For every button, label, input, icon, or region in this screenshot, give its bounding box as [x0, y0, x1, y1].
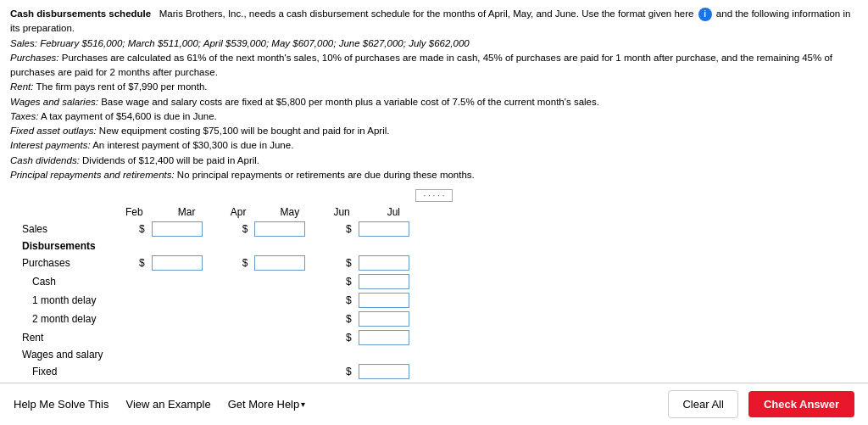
- problem-title: Cash disbursements schedule: [10, 8, 151, 19]
- wages-line: Wages and salaries: Base wage and salary…: [10, 97, 599, 107]
- footer: Help Me Solve This View an Example Get M…: [0, 383, 868, 425]
- cash-row: Cash $: [19, 272, 459, 291]
- view-example-link[interactable]: View an Example: [125, 398, 210, 411]
- sales-mar-dollar: $: [225, 220, 252, 238]
- col-jun: Jun: [328, 204, 354, 220]
- one-month-label: 1 month delay: [19, 291, 120, 310]
- principal-line: Principal repayments and retirements: No…: [10, 170, 475, 180]
- purchases-row: Purchases $ $ $: [19, 254, 459, 272]
- sales-may: [432, 220, 442, 238]
- one-month-apr-input[interactable]: [359, 293, 409, 308]
- sales-row: Sales $ $ $: [19, 220, 459, 238]
- sales-feb-input[interactable]: [152, 221, 203, 237]
- col-jul: Jul: [355, 204, 432, 220]
- purchases-apr-dollar: $: [328, 254, 354, 272]
- col-feb: Feb: [120, 204, 148, 220]
- purchases-may: [432, 254, 442, 272]
- sales-feb-dollar: $: [120, 220, 148, 238]
- purchases-mar-cell[interactable]: [251, 254, 328, 272]
- cash-label: Cash: [19, 272, 120, 291]
- sales-jul: [450, 220, 459, 238]
- wages-header-row: Wages and salary: [19, 347, 459, 362]
- purchases-apr-input[interactable]: [359, 255, 409, 271]
- two-month-apr-input[interactable]: [359, 311, 409, 327]
- purchases-jun: [442, 254, 451, 272]
- sales-label: Sales: [19, 220, 120, 238]
- rent-dollar: $: [328, 328, 354, 347]
- sales-apr-input[interactable]: [359, 221, 409, 237]
- purchases-feb-dollar: $: [120, 254, 148, 272]
- purchases-feb-cell[interactable]: [148, 254, 225, 272]
- purchases-label: Purchases: [19, 254, 120, 272]
- taxes-line: Taxes: A tax payment of $54,600 is due i…: [10, 111, 217, 121]
- fixed-dollar: $: [328, 362, 354, 381]
- wages-header: Wages and salary: [19, 347, 120, 362]
- get-more-help-label: Get More Help: [228, 398, 300, 411]
- rent-row: Rent $: [19, 328, 459, 347]
- cash-apr-cell[interactable]: [355, 272, 432, 291]
- sales-line: Sales: February $516,000; March $511,000…: [10, 38, 470, 48]
- fixed-apr-input[interactable]: [359, 364, 409, 379]
- col-mar: Mar: [148, 204, 225, 220]
- help-me-solve-link[interactable]: Help Me Solve This: [14, 398, 108, 411]
- sales-apr-dollar: $: [328, 220, 354, 238]
- cash-div-line: Cash dividends: Dividends of $12,400 wil…: [10, 155, 259, 165]
- one-month-dollar: $: [328, 291, 354, 310]
- check-answer-button[interactable]: Check Answer: [748, 391, 854, 417]
- one-month-row: 1 month delay $: [19, 291, 459, 310]
- rent-apr-cell[interactable]: [355, 328, 432, 347]
- two-month-label: 2 month delay: [19, 310, 120, 328]
- rent-label: Rent: [19, 328, 120, 347]
- interest-line: Interest payments: An interest payment o…: [10, 140, 293, 150]
- two-month-row: 2 month delay $: [19, 310, 459, 328]
- purchases-jul: [450, 254, 459, 272]
- disbursements-header: Disbursements: [19, 238, 459, 254]
- disbursements-header-row: Disbursements: [19, 238, 459, 254]
- purchases-mar-input[interactable]: [254, 255, 305, 271]
- footer-left: Help Me Solve This View an Example Get M…: [14, 398, 305, 411]
- sales-mar-input-cell[interactable]: [251, 220, 328, 238]
- problem-text: Cash disbursements schedule Maris Brothe…: [10, 7, 858, 182]
- sales-mar-input[interactable]: [254, 221, 305, 237]
- clear-all-button[interactable]: Clear All: [668, 390, 737, 418]
- two-month-dollar: $: [328, 310, 354, 328]
- rent-line: Rent: The firm pays rent of $7,990 per m…: [10, 81, 207, 92]
- purchases-mar-dollar: $: [225, 254, 252, 272]
- fixed-wages-row: Fixed $: [19, 362, 459, 381]
- disbursements-table: Feb Mar Apr May Jun Jul Sales $ $ $: [19, 204, 459, 383]
- sales-apr-input-cell[interactable]: [355, 220, 432, 238]
- fixed-wages-label: Fixed: [19, 362, 120, 381]
- col-may: May: [251, 204, 328, 220]
- scroll-dots: · · · · ·: [415, 189, 452, 202]
- problem-description: Maris Brothers, Inc., needs a cash disbu…: [159, 8, 694, 19]
- purchases-line: Purchases: Purchases are calculated as 6…: [10, 53, 832, 77]
- chevron-down-icon: ▾: [301, 400, 305, 409]
- col-apr: Apr: [225, 204, 252, 220]
- footer-right: Clear All Check Answer: [668, 390, 854, 418]
- cash-apr-input[interactable]: [359, 274, 409, 289]
- info-icon[interactable]: i: [698, 8, 712, 21]
- purchases-feb-input[interactable]: [152, 255, 203, 271]
- fixed-apr-cell[interactable]: [355, 362, 432, 381]
- col-label: [19, 204, 120, 220]
- sales-feb-input-cell[interactable]: [148, 220, 225, 238]
- content-area: Cash disbursements schedule Maris Brothe…: [0, 0, 868, 383]
- sales-jun: [442, 220, 451, 238]
- fixed-asset-line: Fixed asset outlays: New equipment costi…: [10, 126, 390, 136]
- one-month-apr-cell[interactable]: [355, 291, 432, 310]
- purchases-apr-cell[interactable]: [355, 254, 432, 272]
- cash-dollar: $: [328, 272, 354, 291]
- get-more-help-button[interactable]: Get More Help ▾: [228, 398, 306, 411]
- scroll-indicator: · · · · ·: [10, 189, 858, 201]
- rent-apr-input[interactable]: [359, 330, 409, 345]
- two-month-apr-cell[interactable]: [355, 310, 432, 328]
